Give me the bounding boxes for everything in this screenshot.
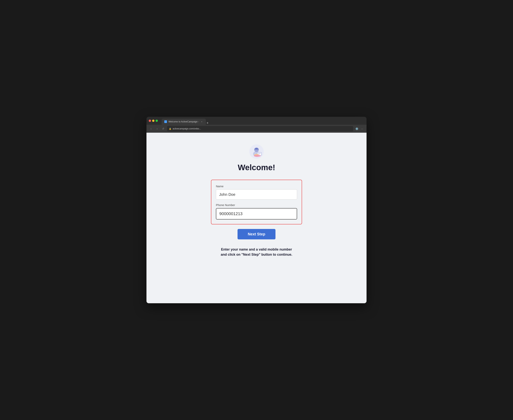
tab-close-button[interactable]: ×: [201, 120, 203, 123]
maximize-traffic-light[interactable]: [155, 120, 158, 122]
toolbar-icons: ⚙️ ···: [355, 127, 364, 131]
form-card: Name Phone Number: [211, 180, 302, 225]
close-traffic-light[interactable]: [149, 120, 151, 122]
browser-window: Welcome to ActiveCampaign - × + ‹ › ↺ 🔒 …: [147, 117, 366, 303]
svg-point-7: [254, 155, 261, 157]
new-tab-button[interactable]: +: [207, 121, 209, 125]
name-input[interactable]: [216, 189, 297, 200]
page-title: Welcome!: [238, 163, 275, 172]
tab-title: Welcome to ActiveCampaign -: [169, 120, 199, 123]
browser-tabs: Welcome to ActiveCampaign - × +: [162, 117, 209, 125]
instruction-text: Enter your name and a valid mobile numbe…: [221, 247, 292, 257]
forward-button[interactable]: ›: [155, 127, 159, 131]
url-text: activecampaign.com/onbo...: [173, 127, 201, 130]
phone-label: Phone Number: [216, 203, 297, 207]
traffic-lights: [149, 120, 158, 122]
browser-titlebar: Welcome to ActiveCampaign - × +: [147, 117, 366, 125]
name-label: Name: [216, 185, 297, 188]
back-button[interactable]: ‹: [149, 127, 153, 131]
active-tab[interactable]: Welcome to ActiveCampaign - ×: [162, 119, 206, 125]
address-bar[interactable]: 🔒 activecampaign.com/onbo...: [167, 126, 353, 131]
page-content: Welcome! Name Phone Number Next Step Ent…: [147, 133, 366, 303]
browser-toolbar: ‹ › ↺ 🔒 activecampaign.com/onbo... ⚙️ ··…: [147, 125, 366, 133]
minimize-traffic-light[interactable]: [152, 120, 155, 122]
next-step-button[interactable]: Next Step: [238, 229, 275, 239]
menu-dots-icon[interactable]: ···: [360, 127, 364, 131]
extensions-icon[interactable]: ⚙️: [355, 127, 359, 131]
hero-illustration: [249, 144, 264, 159]
tab-favicon: [164, 120, 167, 123]
svg-point-2: [254, 147, 259, 152]
reload-button[interactable]: ↺: [161, 127, 165, 131]
lock-icon: 🔒: [169, 128, 171, 130]
phone-input[interactable]: [216, 208, 297, 219]
